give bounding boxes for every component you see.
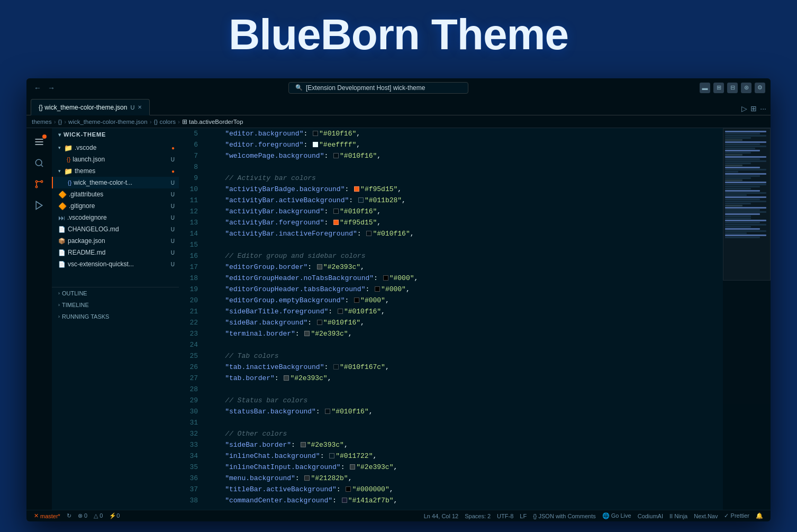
code-line-19: "editorGroupHeader.tabsBackground": "#00… xyxy=(209,284,719,295)
tree-label: vsc-extension-quickst... xyxy=(68,260,169,268)
timeline-section[interactable]: › TIMELINE xyxy=(52,299,179,311)
tree-item-launch[interactable]: {} launch.json U xyxy=(52,154,179,165)
code-line-15 xyxy=(209,239,719,250)
minimap-line xyxy=(725,143,760,145)
breadcrumb-colors[interactable]: {} colors xyxy=(154,119,176,125)
run-debug-icon[interactable] xyxy=(30,196,49,215)
tree-item-active-file[interactable]: {} wick_theme-color-t... U xyxy=(52,177,179,188)
tree-item-vscode[interactable]: ▾ 📁 .vscode ● xyxy=(52,142,179,154)
minimap-line xyxy=(725,188,751,190)
minimap-line xyxy=(725,171,738,173)
tree-item-gitignore[interactable]: 🔶 .gitignore U xyxy=(52,200,179,212)
title-bar-right: ▬ ⊞ ⊟ ⊛ ⚙ xyxy=(700,83,765,93)
window-minimize-icon[interactable]: ▬ xyxy=(700,83,710,93)
tree-label: .vscodeignore xyxy=(67,214,169,221)
tree-item-gitattributes[interactable]: 🔶 .gitattributes U xyxy=(52,188,179,200)
minimap-line xyxy=(725,184,766,185)
active-tab-label: {} wick_theme-color-theme.json xyxy=(39,104,127,111)
tree-item-package[interactable]: 📦 package.json U xyxy=(52,235,179,247)
window-remote-icon[interactable]: ⊛ xyxy=(741,83,751,93)
main-area: ▾ WICK-THEME ▾ 📁 .vscode ● {} launch.jso… xyxy=(26,128,771,510)
split-editor-button[interactable]: ⊞ xyxy=(750,104,757,113)
window-split-icon[interactable]: ⊟ xyxy=(727,83,738,93)
minimap-line xyxy=(725,205,742,206)
sync-icon: ↻ xyxy=(67,512,71,519)
outline-section[interactable]: › OUTLINE xyxy=(52,287,179,299)
tab-bar: {} wick_theme-color-theme.json U ✕ ▷ ⊞ ·… xyxy=(26,97,771,115)
tree-item-readme[interactable]: 📄 README.md U xyxy=(52,247,179,258)
code-line-8 xyxy=(209,161,719,173)
minimap-line xyxy=(725,194,747,196)
minimap-line xyxy=(725,209,760,211)
status-ninja[interactable]: II Ninja xyxy=(666,510,691,522)
source-control-icon[interactable] xyxy=(30,175,49,194)
sidebar-section-title[interactable]: ▾ WICK-THEME xyxy=(52,128,179,141)
git-icon: 🔶 xyxy=(58,191,67,199)
status-go-live[interactable]: 🌐 Go Live xyxy=(599,510,635,522)
nav-forward-button[interactable]: → xyxy=(46,82,57,94)
status-cursor[interactable]: Ln 44, Col 12 xyxy=(421,510,461,522)
status-errors[interactable]: ⊗ 0 xyxy=(75,510,90,522)
window-tile-icon[interactable]: ⊞ xyxy=(713,83,724,93)
status-line-endings[interactable]: LF xyxy=(517,510,530,522)
tree-item-themes[interactable]: ▾ 📁 themes ● xyxy=(52,165,179,177)
minimap-line xyxy=(725,177,751,179)
address-bar[interactable]: 🔍 [Extension Development Host] wick-them… xyxy=(288,82,468,94)
vscode-window: ← → 🔍 [Extension Development Host] wick-… xyxy=(26,78,771,521)
minimap-line xyxy=(725,169,766,170)
status-bell[interactable]: 🔔 xyxy=(753,510,766,522)
tree-item-vscodeignore[interactable]: ⏭ .vscodeignore U xyxy=(52,212,179,223)
code-line-12: "activityBar.background": "#010f16", xyxy=(209,206,719,217)
folder-chevron: ▾ xyxy=(58,145,61,150)
minimap-line xyxy=(725,137,751,139)
line-numbers: 56789 1011121314 1516171819 2021222324 2… xyxy=(179,128,204,510)
code-line-13: "activityBar.foreground": "#f95d15", xyxy=(209,217,719,228)
minimap-line xyxy=(725,211,766,213)
tree-item-changelog[interactable]: 📄 CHANGELOG.md U xyxy=(52,223,179,235)
tree-badge: U xyxy=(171,192,175,197)
status-codium[interactable]: CodiumAI xyxy=(635,510,666,522)
git-icon: 🔶 xyxy=(58,202,67,210)
code-line-6: "editor.foreground": "#eeffff", xyxy=(209,139,719,150)
status-git-branch[interactable]: ✕ master* xyxy=(31,510,64,522)
minimap-line xyxy=(725,230,766,232)
running-tasks-section[interactable]: › RUNNING TASKS xyxy=(52,311,179,322)
more-actions-button[interactable]: ··· xyxy=(760,104,766,113)
tab-close-button[interactable]: ✕ xyxy=(138,104,142,110)
search-activity-icon[interactable] xyxy=(30,154,49,173)
breadcrumb-themes[interactable]: themes xyxy=(32,119,52,125)
nav-back-button[interactable]: ← xyxy=(32,82,43,94)
sidebar-title: WICK-THEME xyxy=(64,131,106,138)
svg-point-0 xyxy=(35,159,42,166)
status-lightning[interactable]: ⚡0 xyxy=(106,510,123,522)
tree-item-quickstart[interactable]: 📄 vsc-extension-quickst... U xyxy=(52,258,179,270)
prettier-label: ✓ Prettier xyxy=(724,512,749,519)
code-line-18: "editorGroupHeader.noTabsBackground": "#… xyxy=(209,273,719,284)
window-settings-icon[interactable]: ⚙ xyxy=(755,83,765,93)
status-sync[interactable]: ↻ xyxy=(64,510,75,522)
outline-chevron: › xyxy=(58,291,60,296)
minimap-line xyxy=(725,207,766,209)
active-tab[interactable]: {} wick_theme-color-theme.json U ✕ xyxy=(31,99,150,115)
code-container[interactable]: 56789 1011121314 1516171819 2021222324 2… xyxy=(179,128,771,510)
status-spaces[interactable]: Spaces: 2 xyxy=(461,510,494,522)
explorer-icon[interactable] xyxy=(30,132,49,151)
minimap-line xyxy=(725,222,760,223)
code-line-17: "editorGroup.border": "#2e393c", xyxy=(209,262,719,273)
status-warnings[interactable]: △ 0 xyxy=(90,510,106,522)
folder-chevron: ▾ xyxy=(58,168,61,174)
minimap-line xyxy=(725,131,766,132)
breadcrumb-filename[interactable]: wick_theme-color-theme.json xyxy=(68,119,148,125)
breadcrumb-json-icon[interactable]: {} xyxy=(58,119,62,125)
status-language[interactable]: {} JSON with Comments xyxy=(530,510,599,522)
pkg-icon: 📦 xyxy=(58,238,66,245)
minimap-line xyxy=(725,179,742,181)
status-nextnav[interactable]: Next.Nav xyxy=(691,510,721,522)
status-prettier[interactable]: ✓ Prettier xyxy=(721,510,753,522)
run-button[interactable]: ▷ xyxy=(741,104,747,113)
code-line-14: "activityBar.inactiveForeground": "#010f… xyxy=(209,228,719,239)
minimap-line xyxy=(725,156,766,158)
tree-badge: U xyxy=(171,203,175,209)
breadcrumb-current[interactable]: ⊞ tab.activeBorderTop xyxy=(182,118,243,125)
status-encoding[interactable]: UTF-8 xyxy=(494,510,517,522)
